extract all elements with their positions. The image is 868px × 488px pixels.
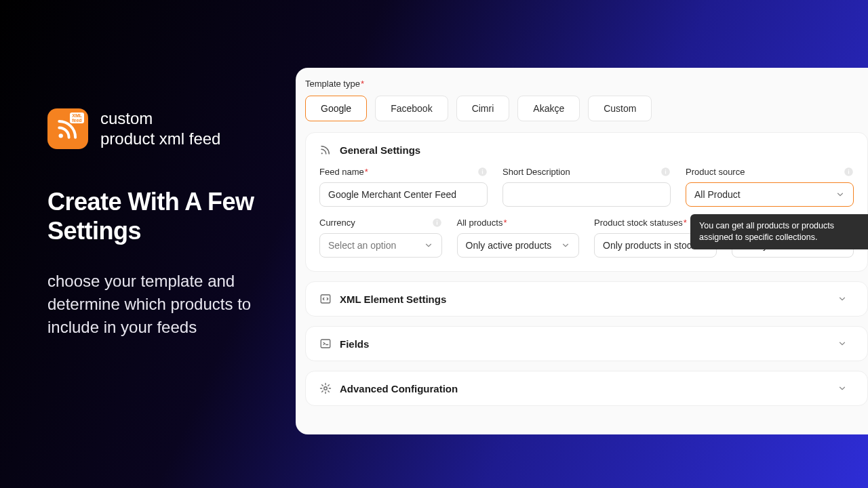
rss-feed-icon: XMLfeed — [47, 108, 88, 149]
xml-settings-card: XML Element Settings — [305, 281, 868, 317]
info-icon[interactable] — [660, 167, 671, 177]
fields-title: Fields — [340, 338, 369, 350]
advanced-config-header[interactable]: Advanced Configuration — [306, 371, 867, 405]
info-icon[interactable] — [432, 218, 442, 228]
settings-panel: Template type* Google Facebook Cimri Aka… — [296, 68, 868, 434]
chevron-down-icon — [837, 339, 847, 348]
app-brand-row: XMLfeed custom product xml feed — [47, 108, 271, 149]
all-products-field: All products* Only active products — [457, 218, 580, 258]
template-type-label: Template type* — [305, 79, 868, 89]
template-option-akakce[interactable]: Akakçe — [517, 96, 580, 121]
product-source-tooltip: You can get all products or products ass… — [690, 214, 868, 249]
xml-settings-header[interactable]: XML Element Settings — [306, 282, 867, 316]
rss-icon — [319, 144, 332, 156]
svg-rect-6 — [665, 171, 666, 174]
app-name: custom product xml feed — [100, 108, 220, 149]
svg-point-7 — [665, 169, 667, 171]
chevron-down-icon — [837, 294, 847, 304]
svg-rect-12 — [436, 222, 437, 224]
template-option-google[interactable]: Google — [305, 96, 367, 121]
product-source-field: Product source All Product — [686, 167, 854, 207]
marketing-left-panel: XMLfeed custom product xml feed Create W… — [47, 108, 271, 338]
chevron-down-icon — [837, 384, 847, 393]
template-option-custom[interactable]: Custom — [588, 96, 652, 121]
info-icon[interactable] — [844, 167, 854, 177]
template-option-facebook[interactable]: Facebook — [375, 96, 448, 121]
chevron-down-icon — [835, 190, 845, 199]
template-option-cimri[interactable]: Cimri — [456, 96, 510, 121]
svg-rect-3 — [482, 171, 483, 174]
advanced-config-card: Advanced Configuration — [305, 371, 868, 406]
svg-point-0 — [59, 134, 63, 138]
fields-card: Fields — [305, 326, 868, 361]
svg-point-4 — [482, 169, 484, 171]
svg-point-1 — [321, 152, 323, 154]
gear-icon — [319, 382, 332, 394]
currency-field: Currency Select an option — [319, 218, 442, 258]
fields-header[interactable]: Fields — [306, 327, 867, 361]
general-settings-title: General Settings — [340, 144, 420, 156]
svg-rect-14 — [321, 295, 330, 303]
code-brackets-icon — [319, 293, 332, 305]
general-settings-header[interactable]: General Settings — [306, 133, 867, 167]
short-description-field: Short Description — [502, 167, 671, 207]
chevron-down-icon — [561, 241, 570, 250]
svg-rect-9 — [848, 171, 849, 174]
currency-select[interactable]: Select an option — [319, 233, 442, 258]
svg-point-13 — [436, 220, 437, 222]
xml-settings-title: XML Element Settings — [340, 293, 446, 305]
advanced-config-title: Advanced Configuration — [340, 383, 458, 394]
headline: Create With A Few Settings — [47, 187, 271, 245]
svg-point-16 — [324, 387, 328, 390]
info-icon[interactable] — [477, 167, 488, 177]
svg-point-10 — [848, 169, 850, 171]
chevron-down-icon — [424, 241, 433, 250]
short-description-input[interactable] — [502, 182, 671, 207]
template-type-options: Google Facebook Cimri Akakçe Custom — [305, 96, 868, 121]
product-source-select[interactable]: All Product — [686, 182, 854, 207]
feed-name-input[interactable]: Google Merchant Center Feed — [319, 182, 488, 207]
terminal-icon — [319, 338, 332, 350]
subtext: choose your template and determine which… — [47, 270, 271, 338]
general-settings-card: General Settings Feed name* Google Merch… — [305, 132, 868, 272]
xml-badge: XMLfeed — [70, 113, 84, 123]
template-type-row: Template type* Google Facebook Cimri Aka… — [305, 79, 868, 121]
all-products-select[interactable]: Only active products — [457, 233, 580, 258]
feed-name-field: Feed name* Google Merchant Center Feed — [319, 167, 488, 207]
